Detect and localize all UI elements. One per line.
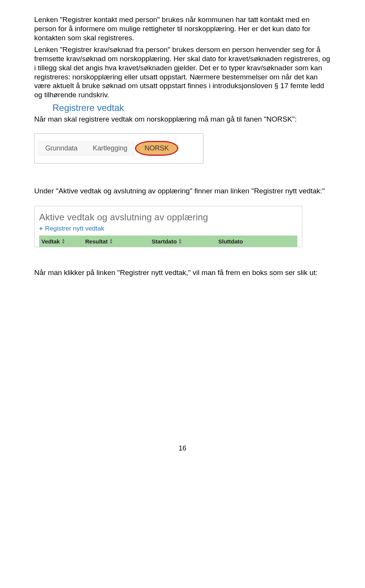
sort-icon: ▲▼ xyxy=(61,238,65,244)
register-link-text: Registrer nytt vedtak xyxy=(45,225,104,232)
tab-grunndata[interactable]: Grunndata xyxy=(38,141,85,156)
col-vedtak-label: Vedtak xyxy=(41,238,60,245)
tab-norsk[interactable]: NORSK xyxy=(135,141,178,156)
paragraph-5: Når man klikker på linken "Registrer nyt… xyxy=(34,268,331,277)
paragraph-4: Under "Aktive vedtak og avslutning av op… xyxy=(34,187,331,196)
table-header-row: Vedtak ▲▼ Resultat ▲▼ Startdato ▲▼ Slutt… xyxy=(39,236,297,247)
paragraph-2: Lenken "Registrer krav/søknad fra person… xyxy=(34,45,331,100)
paragraph-3: Når man skal registrere vedtak om norsko… xyxy=(34,115,331,124)
col-sluttdato[interactable]: Sluttdato xyxy=(216,238,282,245)
plus-icon: + xyxy=(39,225,43,232)
col-resultat-label: Resultat xyxy=(85,238,108,245)
col-startdato[interactable]: Startdato ▲▼ xyxy=(149,238,216,245)
tab-kartlegging[interactable]: Kartlegging xyxy=(85,141,135,156)
screenshot-panel: Aktive vedtak og avslutning av opplæring… xyxy=(34,206,302,247)
paragraph-1: Lenken "Registrer kontakt med person" br… xyxy=(34,15,331,42)
screenshot-tabs: Grunndata Kartlegging NORSK xyxy=(34,133,203,164)
sort-icon: ▲▼ xyxy=(109,238,113,244)
register-new-vedtak-link[interactable]: + Registrer nytt vedtak xyxy=(39,225,297,232)
col-sluttdato-label: Sluttdato xyxy=(218,238,243,245)
panel-title: Aktive vedtak og avslutning av opplæring xyxy=(39,212,297,223)
page-number: 16 xyxy=(34,444,331,452)
col-resultat[interactable]: Resultat ▲▼ xyxy=(83,238,149,245)
sort-icon: ▲▼ xyxy=(178,238,182,244)
col-startdato-label: Startdato xyxy=(152,238,177,245)
col-vedtak[interactable]: Vedtak ▲▼ xyxy=(39,238,83,245)
section-heading: Registrere vedtak xyxy=(52,103,331,113)
